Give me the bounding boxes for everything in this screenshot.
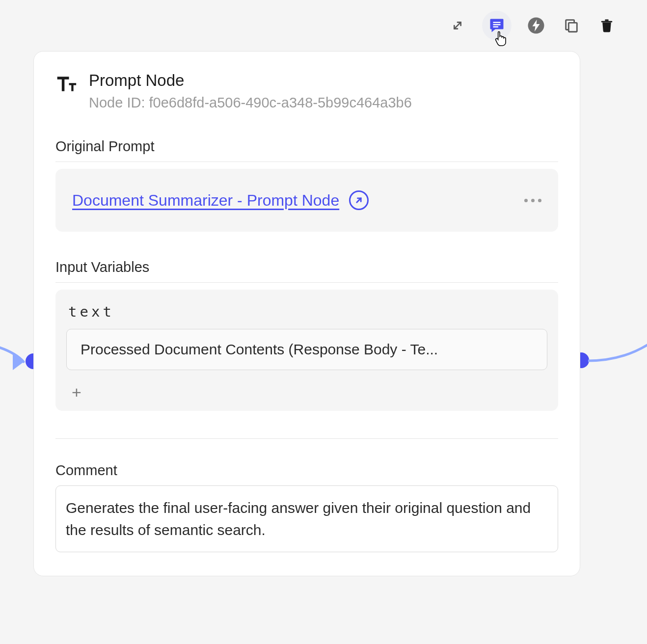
svg-rect-1 [493, 24, 501, 25]
card-header: Prompt Node Node ID: f0e6d8fd-a506-490c-… [55, 71, 558, 111]
expand-button[interactable] [447, 15, 468, 36]
prompt-link[interactable]: Document Summarizer - Prompt Node [72, 191, 339, 210]
text-type-icon [55, 73, 77, 97]
variable-name: text [66, 303, 547, 320]
copy-icon [563, 17, 580, 34]
section-original-prompt-label: Original Prompt [55, 138, 558, 162]
node-title: Prompt Node [89, 71, 412, 90]
copy-button[interactable] [561, 15, 582, 36]
svg-rect-2 [493, 27, 499, 27]
comment-input[interactable] [55, 485, 558, 552]
svg-rect-4 [568, 23, 577, 31]
divider [55, 438, 558, 439]
svg-rect-5 [601, 21, 613, 23]
flash-button[interactable] [525, 15, 547, 36]
svg-rect-6 [605, 20, 609, 21]
arrowhead-icon [13, 352, 25, 370]
comment-button[interactable] [482, 11, 512, 40]
add-variable-button[interactable]: + [69, 385, 84, 400]
variable-value[interactable]: Processed Document Contents (Response Bo… [66, 329, 547, 370]
original-prompt-box: Document Summarizer - Prompt Node [55, 169, 558, 232]
edge-right [588, 344, 647, 383]
flash-icon [527, 17, 545, 34]
input-variables-box: text Processed Document Contents (Respon… [55, 290, 558, 411]
section-input-variables-label: Input Variables [55, 259, 558, 283]
comment-icon [488, 17, 506, 34]
svg-rect-0 [493, 22, 501, 23]
expand-icon [450, 18, 465, 33]
external-link-icon[interactable] [349, 190, 369, 210]
trash-icon [599, 17, 614, 34]
node-card: Prompt Node Node ID: f0e6d8fd-a506-490c-… [33, 51, 580, 576]
node-id: Node ID: f0e6d8fd-a506-490c-a348-5b99c46… [89, 95, 412, 111]
delete-button[interactable] [596, 15, 618, 36]
section-comment-label: Comment [55, 462, 558, 479]
more-options-button[interactable] [524, 199, 541, 202]
node-toolbar [447, 11, 618, 40]
